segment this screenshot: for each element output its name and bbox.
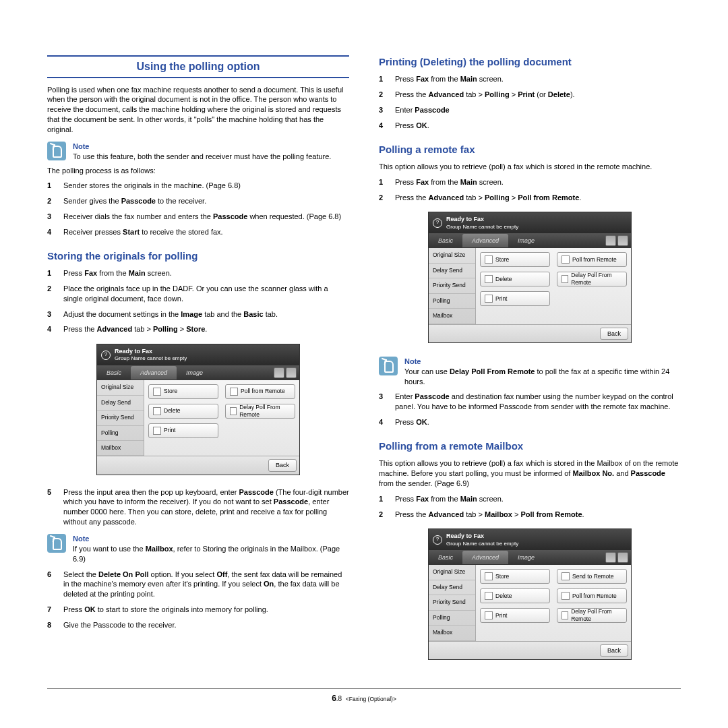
step-text: Give the Passcode to the receiver. [63,620,177,630]
pmb-intro: This option allows you to retrieve (poll… [379,458,681,489]
right-column: Printing (Deleting) the polling document… [379,53,681,667]
shot-button: Delay Poll From Remote [225,404,295,419]
step-number: 1 [47,268,57,278]
step-number: 1 [379,74,388,84]
step-text: Press the Advanced tab > Polling > Poll … [395,193,581,203]
step-text: Enter Passcode and destination fax numbe… [395,392,681,412]
screenshot-mailbox-remote: ?Ready to FaxGroup Name cannot be empty … [428,528,632,659]
poll-remote-steps-cont: 3Enter Passcode and destination fax numb… [379,392,681,427]
section-title: Using the polling option [47,55,349,78]
step-text: Select the Delete On Poll option. If you… [63,570,349,600]
shot-title: Ready to Fax [446,215,518,223]
tab-image: Image [508,234,544,247]
shot-subtitle: Group Name cannot be empty [446,224,518,231]
note-block: Note If you want to use the Mailbox, ref… [47,534,349,564]
step-number: 4 [47,324,57,334]
note-text: If you want to use the Mailbox, refer to… [73,544,349,564]
note-text: To use this feature, both the sender and… [73,152,349,162]
step-number: 2 [47,284,57,304]
step-number: 3 [47,212,57,222]
poll-remote-steps: 1Press Fax from the Main screen. 2Press … [379,177,681,203]
step-text: Press Fax from the Main screen. [395,494,504,504]
step-text: Receiver presses Start to receive the st… [63,227,223,237]
store-steps-cont: 5Press the input area then the pop up ke… [47,487,349,527]
subsection-title: Storing the originals for polling [47,249,349,263]
shot-button: Poll from Remote [225,384,295,399]
shot-button: Delete [480,588,550,603]
step-number: 3 [47,309,57,320]
tab-basic: Basic [97,366,131,380]
page-number-minor: .8 [336,695,342,702]
toolbar-icon [286,367,297,378]
toolbar-icon [274,367,284,378]
shot-button: Store [480,252,550,267]
step-text: Press Fax from the Main screen. [63,268,172,278]
note-heading: Note [73,142,349,152]
step-text: Receiver dials the fax number and enters… [63,212,341,222]
step-number: 8 [47,620,57,630]
shot-button: Print [148,423,218,438]
step-text: Press the Advanced tab > Polling > Store… [63,324,207,334]
help-icon: ? [101,351,111,360]
shot-button: Poll from Remote [557,252,627,267]
tab-image: Image [508,551,544,564]
step-number: 3 [379,392,388,412]
left-column: Using the polling option Polling is used… [47,53,349,667]
note-text: Your can use Delay Poll From Remote to p… [404,367,681,387]
toolbar-icon [605,235,616,246]
subsection-title: Printing (Deleting) the polling document [379,55,681,69]
step-number: 6 [47,570,57,600]
toolbar-icon [617,235,628,246]
process-list: 1Sender stores the originals in the mach… [47,181,349,237]
subsection-title: Polling from a remote Mailbox [379,439,681,453]
step-text: Press the Advanced tab > Polling > Print… [395,90,575,100]
back-button: Back [600,644,628,657]
shot-button: Delete [148,404,218,419]
toolbar-icon [617,552,628,563]
step-number: 2 [379,90,388,100]
intro-paragraph: Polling is used when one fax machine req… [47,85,349,135]
step-number: 2 [379,510,388,520]
shot-button: Delay Poll From Remote [557,608,627,623]
step-text: Press OK. [395,121,429,131]
screenshot-poll-remote: ?Ready to FaxGroup Name cannot be empty … [428,212,632,342]
shot-button: Send to Remote [557,569,627,584]
step-text: Sender stores the originals in the machi… [63,181,241,191]
shot-button: Store [480,569,550,584]
tab-advanced: Advanced [462,551,508,564]
poll-mailbox-steps: 1Press Fax from the Main screen. 2Press … [379,494,681,520]
note-block: Note Your can use Delay Poll From Remote… [379,357,681,387]
print-delete-steps: 1Press Fax from the Main screen. 2Press … [379,74,681,130]
step-number: 1 [379,494,388,504]
step-number: 2 [47,196,57,206]
step-text: Press the Advanced tab > Mailbox > Poll … [395,510,584,520]
step-number: 4 [47,227,57,237]
tab-basic: Basic [429,551,462,564]
back-button: Back [268,459,297,471]
store-steps-end: 6Select the Delete On Poll option. If yo… [47,570,349,630]
note-icon [47,142,66,160]
shot-button: Delete [480,272,550,286]
step-number: 1 [47,181,57,191]
help-icon: ? [433,218,442,228]
tab-advanced: Advanced [131,366,177,380]
shot-button: Print [480,291,550,306]
step-text: Place the originals face up in the DADF.… [63,284,349,304]
step-text: Press OK to start to store the originals… [63,605,268,615]
chapter-label: <Faxing (Optional)> [346,696,396,702]
step-text: Enter Passcode [395,105,450,115]
step-number: 3 [379,105,388,115]
note-heading: Note [73,534,349,544]
prf-intro: This option allows you to retrieve (poll… [379,162,681,172]
shot-title: Ready to Fax [446,532,518,540]
shot-button: Store [148,384,218,399]
step-number: 4 [379,417,388,427]
tab-basic: Basic [429,234,462,247]
step-number: 1 [379,177,388,187]
step-text: Press Fax from the Main screen. [395,177,504,187]
step-text: Press OK. [395,417,429,427]
note-heading: Note [404,357,681,367]
process-intro: The polling process is as follows: [47,166,349,176]
shot-sidebar: Original SizeDelay SendPriority SendPoll… [97,380,144,456]
step-text: Sender gives the Passcode to the receive… [63,196,206,206]
